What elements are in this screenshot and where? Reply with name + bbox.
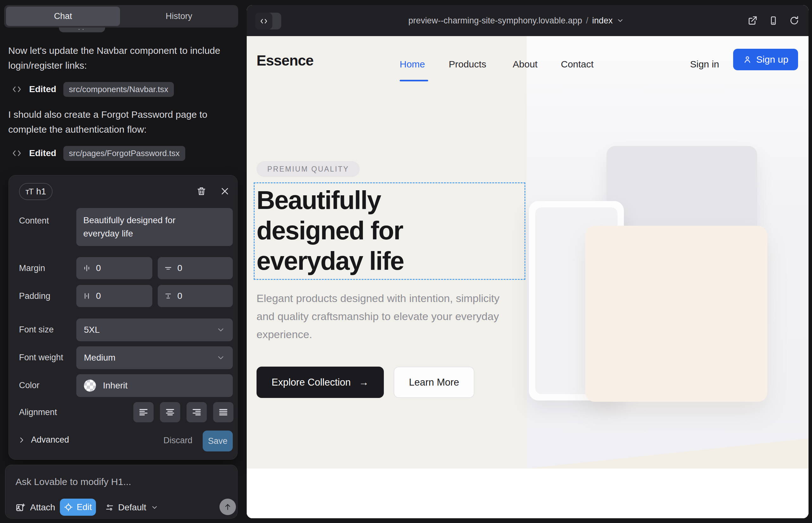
padding-label: Padding xyxy=(19,291,50,301)
margin-label: Margin xyxy=(19,264,45,273)
send-button[interactable] xyxy=(219,499,236,515)
site-page: Essence Home Products About Contact Sign… xyxy=(247,36,809,518)
align-center-button[interactable] xyxy=(160,402,180,422)
content-input[interactable]: Beautifully designed for everyday life xyxy=(76,208,233,246)
hero-paragraph: Elegant products designed with intention… xyxy=(257,289,510,343)
edited-label: Edited xyxy=(29,148,56,158)
margin-y-value: 0 xyxy=(177,263,182,273)
model-default-select[interactable]: Default xyxy=(105,502,158,512)
padding-x-input[interactable]: 0 xyxy=(76,285,152,307)
nav-link-contact[interactable]: Contact xyxy=(561,59,594,70)
chat-message: Now let's update the Navbar component to… xyxy=(8,43,233,73)
sign-up-label: Sign up xyxy=(756,54,789,65)
discard-button[interactable]: Discard xyxy=(163,436,193,446)
chevron-down-icon xyxy=(616,17,624,24)
scrolled-chip-partial: ·· xyxy=(59,28,105,32)
close-icon xyxy=(220,186,230,196)
prompt-box: Ask Lovable to modify H1... Attach Edit … xyxy=(5,465,237,519)
refresh-icon xyxy=(789,16,799,26)
code-toggle-segment[interactable] xyxy=(255,13,272,30)
typography-icon: ᴛT xyxy=(26,187,33,197)
edited-file-chip[interactable]: src/pages/ForgotPassword.tsx xyxy=(63,146,186,161)
color-select[interactable]: Inherit xyxy=(76,374,233,397)
arrow-up-icon xyxy=(224,503,232,511)
chevron-right-icon xyxy=(18,436,25,444)
tab-chat-label: Chat xyxy=(54,12,72,21)
close-editor-button[interactable] xyxy=(218,184,232,199)
align-center-icon xyxy=(165,407,175,418)
align-left-button[interactable] xyxy=(133,402,154,422)
align-left-icon xyxy=(138,407,149,418)
advanced-toggle[interactable]: Advanced xyxy=(18,435,69,445)
font-weight-value: Medium xyxy=(84,353,116,363)
color-value: Inherit xyxy=(103,381,128,391)
next-section-background xyxy=(247,469,809,518)
hero-heading[interactable]: Beautifully designed for everyday life xyxy=(257,185,404,276)
edit-mode-button[interactable]: Edit xyxy=(60,499,96,516)
delete-element-button[interactable] xyxy=(194,184,208,199)
sign-up-button[interactable]: Sign up xyxy=(733,49,798,70)
code-preview-toggle[interactable] xyxy=(255,13,281,30)
open-external-button[interactable] xyxy=(746,14,758,28)
alignment-label: Alignment xyxy=(19,408,57,417)
edited-file-chip[interactable]: src/components/Navbar.tsx xyxy=(63,82,174,97)
margin-x-input[interactable]: 0 xyxy=(76,257,152,279)
edit-label: Edit xyxy=(77,502,92,512)
chevron-down-icon xyxy=(151,504,158,511)
learn-more-button[interactable]: Learn More xyxy=(394,366,474,398)
content-value: Beautifully designed for everyday life xyxy=(83,214,204,240)
element-editor-panel: ᴛT h1 Content Beautifully designed for e… xyxy=(8,175,237,460)
code-icon xyxy=(259,17,268,25)
sliders-icon xyxy=(105,503,114,511)
chevron-down-icon xyxy=(216,325,225,334)
tab-chat[interactable]: Chat xyxy=(6,7,120,26)
padding-horizontal-icon xyxy=(83,292,91,300)
explore-collection-button[interactable]: Explore Collection → xyxy=(257,366,384,398)
font-weight-label: Font weight xyxy=(19,353,63,362)
nav-link-products[interactable]: Products xyxy=(449,59,486,70)
font-weight-select[interactable]: Medium xyxy=(76,346,233,369)
edited-label: Edited xyxy=(29,84,56,94)
external-link-icon xyxy=(747,16,758,26)
explore-collection-label: Explore Collection xyxy=(272,377,351,388)
preview-pane: preview--charming-site-symphony.lovable.… xyxy=(247,5,809,518)
attach-button[interactable]: Attach xyxy=(16,502,55,512)
mobile-view-button[interactable] xyxy=(767,14,779,28)
hero-heading-line: everyday life xyxy=(257,246,404,276)
prompt-input[interactable]: Ask Lovable to modify H1... xyxy=(16,476,131,487)
align-right-button[interactable] xyxy=(187,402,207,422)
advanced-label: Advanced xyxy=(31,435,69,445)
transparent-swatch-icon xyxy=(84,380,96,392)
default-label: Default xyxy=(118,502,146,512)
url-separator: / xyxy=(586,16,588,26)
hero-heading-line: Beautifully xyxy=(257,185,404,215)
font-size-select[interactable]: 5XL xyxy=(76,319,233,341)
font-size-label: Font size xyxy=(19,325,54,335)
tab-history[interactable]: History xyxy=(121,7,236,26)
chevron-down-icon xyxy=(216,353,225,362)
font-size-value: 5XL xyxy=(84,325,100,335)
align-justify-button[interactable] xyxy=(213,402,233,422)
refresh-button[interactable] xyxy=(788,14,800,28)
user-icon xyxy=(743,55,752,64)
padding-x-value: 0 xyxy=(96,291,101,301)
padding-y-input[interactable]: 0 xyxy=(158,285,233,307)
padding-y-value: 0 xyxy=(177,291,182,301)
content-label: Content xyxy=(19,216,49,226)
nav-link-about[interactable]: About xyxy=(513,59,537,70)
url-domain: preview--charming-site-symphony.lovable.… xyxy=(408,16,582,26)
site-logo[interactable]: Essence xyxy=(257,52,314,69)
attach-image-icon xyxy=(16,503,25,512)
code-icon xyxy=(12,85,22,94)
margin-vertical-icon xyxy=(164,264,172,272)
sign-in-link[interactable]: Sign in xyxy=(690,59,719,70)
align-justify-icon xyxy=(218,407,229,418)
save-button[interactable]: Save xyxy=(203,431,233,451)
nav-link-home[interactable]: Home xyxy=(400,59,425,70)
margin-y-input[interactable]: 0 xyxy=(158,257,233,279)
preview-url[interactable]: preview--charming-site-symphony.lovable.… xyxy=(408,5,624,36)
margin-x-value: 0 xyxy=(96,263,101,273)
edited-file-row: Edited src/pages/ForgotPassword.tsx xyxy=(12,146,185,161)
edited-file-row: Edited src/components/Navbar.tsx xyxy=(12,82,174,97)
element-tag-label: h1 xyxy=(36,186,46,197)
